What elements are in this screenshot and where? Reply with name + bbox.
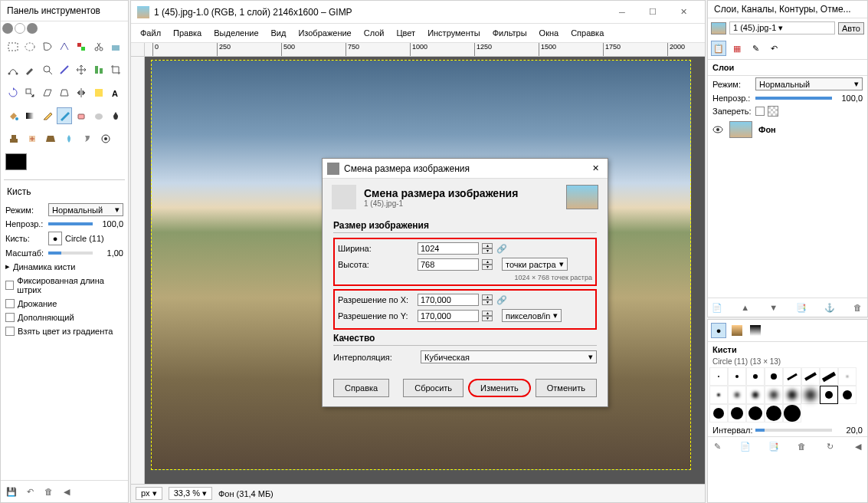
brush-cell[interactable] xyxy=(746,367,765,386)
save-options-icon[interactable]: 💾 xyxy=(5,485,18,498)
rect-select-tool[interactable] xyxy=(5,38,21,55)
brush-cell[interactable] xyxy=(783,367,801,386)
flip-tool[interactable] xyxy=(74,84,89,101)
expand-icon[interactable]: ▸ xyxy=(5,261,10,271)
layer-opacity-slider[interactable] xyxy=(755,97,832,100)
jitter-checkbox[interactable] xyxy=(5,299,15,308)
link-icon[interactable]: 🔗 xyxy=(496,244,508,254)
close-button[interactable]: ✕ xyxy=(668,2,699,23)
lock-pixels-checkbox[interactable] xyxy=(755,107,765,116)
minimize-button[interactable]: ─ xyxy=(607,2,637,23)
mode-select[interactable]: Нормальный▾ xyxy=(48,203,123,216)
by-color-select-tool[interactable] xyxy=(74,38,89,55)
brush-preview-icon[interactable]: ● xyxy=(48,232,62,245)
align-tool[interactable] xyxy=(90,61,106,78)
brush-cell[interactable] xyxy=(728,404,746,422)
unit-select[interactable]: px ▾ xyxy=(136,487,162,500)
scale-slider[interactable] xyxy=(48,252,93,255)
brush-cell[interactable] xyxy=(801,386,820,404)
free-select-tool[interactable] xyxy=(40,38,55,55)
blur-tool[interactable] xyxy=(61,130,77,147)
open-brush-icon[interactable]: ◀ xyxy=(852,440,864,452)
menu-windows[interactable]: Окна xyxy=(533,25,565,41)
dialog-close-button[interactable]: ✕ xyxy=(588,163,603,173)
anchor-layer-icon[interactable]: ⚓ xyxy=(824,301,836,314)
brush-cell[interactable] xyxy=(783,386,801,404)
change-button[interactable]: Изменить xyxy=(468,379,531,397)
foreground-select-tool[interactable] xyxy=(108,38,123,55)
brush-cell[interactable] xyxy=(728,367,746,386)
res-x-input[interactable] xyxy=(418,294,479,306)
scissors-tool[interactable] xyxy=(90,38,106,55)
opacity-slider[interactable] xyxy=(48,222,93,225)
delete-brush-icon[interactable]: 🗑 xyxy=(795,440,807,452)
text-tool[interactable]: A xyxy=(108,84,123,101)
color-picker-tool[interactable] xyxy=(22,61,38,78)
gradients-tab-icon[interactable] xyxy=(748,323,763,338)
brush-cell-selected[interactable] xyxy=(820,386,838,404)
bucket-fill-tool[interactable] xyxy=(5,107,21,124)
gradient-color-checkbox[interactable] xyxy=(5,327,15,336)
brush-cell[interactable] xyxy=(728,386,746,404)
move-tool[interactable] xyxy=(74,61,89,78)
width-input[interactable] xyxy=(418,242,479,255)
visibility-icon[interactable] xyxy=(712,124,723,135)
height-input[interactable] xyxy=(418,258,479,271)
dodge-burn-tool[interactable] xyxy=(97,130,114,147)
brush-cell[interactable] xyxy=(765,404,783,422)
width-spinner[interactable]: ▴▾ xyxy=(482,243,493,254)
eraser-tool[interactable] xyxy=(74,107,89,124)
menu-view[interactable]: Вид xyxy=(265,25,293,41)
paintbrush-tool[interactable] xyxy=(57,107,72,124)
perspective-clone-tool[interactable] xyxy=(42,130,59,147)
rotate-tool[interactable] xyxy=(5,84,21,101)
foreground-color[interactable] xyxy=(5,153,27,170)
help-button[interactable]: Справка xyxy=(333,379,389,397)
delete-layer-icon[interactable]: 🗑 xyxy=(852,301,864,314)
restore-options-icon[interactable]: ↶ xyxy=(24,485,36,498)
cancel-button[interactable]: Отменить xyxy=(536,379,597,397)
clone-tool[interactable] xyxy=(5,130,22,147)
brush-cell[interactable] xyxy=(838,386,857,404)
paths-tool[interactable] xyxy=(5,61,21,78)
ink-tool[interactable] xyxy=(108,107,123,124)
res-y-spinner[interactable]: ▴▾ xyxy=(482,311,493,321)
brush-cell[interactable] xyxy=(820,367,838,386)
brush-cell[interactable] xyxy=(783,404,801,422)
res-link-icon[interactable]: 🔗 xyxy=(496,295,508,305)
undo-tab-icon[interactable]: ↶ xyxy=(766,41,781,56)
heal-tool[interactable] xyxy=(24,130,41,147)
perspective-tool[interactable] xyxy=(57,84,72,101)
scale-tool[interactable] xyxy=(22,84,38,101)
menu-edit[interactable]: Правка xyxy=(167,25,208,41)
size-unit-select[interactable]: точки растра▾ xyxy=(502,258,568,271)
interval-slider[interactable] xyxy=(755,429,832,432)
menu-image[interactable]: Изображение xyxy=(292,25,357,41)
edit-brush-icon[interactable]: ✎ xyxy=(711,440,723,452)
airbrush-tool[interactable] xyxy=(90,107,106,124)
image-select[interactable]: 1 (45).jpg-1 ▾ xyxy=(729,21,835,35)
refresh-brushes-icon[interactable]: ↻ xyxy=(824,440,836,452)
zoom-select[interactable]: 33,3 % ▾ xyxy=(169,487,212,500)
res-y-input[interactable] xyxy=(418,310,479,322)
menu-file[interactable]: Файл xyxy=(134,25,167,41)
brush-cell[interactable] xyxy=(709,386,728,404)
incremental-checkbox[interactable] xyxy=(5,313,15,322)
delete-options-icon[interactable]: 🗑 xyxy=(42,485,54,498)
brush-cell[interactable] xyxy=(709,367,728,386)
menu-color[interactable]: Цвет xyxy=(390,25,421,41)
lock-alpha-icon[interactable] xyxy=(768,106,778,117)
menu-tools[interactable]: Инструменты xyxy=(421,25,486,41)
brush-cell[interactable] xyxy=(765,386,783,404)
auto-button[interactable]: Авто xyxy=(838,22,864,35)
menu-layer[interactable]: Слой xyxy=(358,25,391,41)
maximize-button[interactable]: ☐ xyxy=(637,2,668,23)
brush-cell[interactable] xyxy=(838,367,857,386)
menu-filters[interactable]: Фильтры xyxy=(486,25,533,41)
duplicate-layer-icon[interactable]: 📑 xyxy=(795,301,807,314)
smudge-tool[interactable] xyxy=(79,130,96,147)
raise-layer-icon[interactable]: ▲ xyxy=(739,301,752,314)
brush-cell[interactable] xyxy=(746,386,765,404)
channels-tab-icon[interactable]: ▦ xyxy=(729,41,745,56)
new-layer-icon[interactable]: 📄 xyxy=(711,301,723,314)
